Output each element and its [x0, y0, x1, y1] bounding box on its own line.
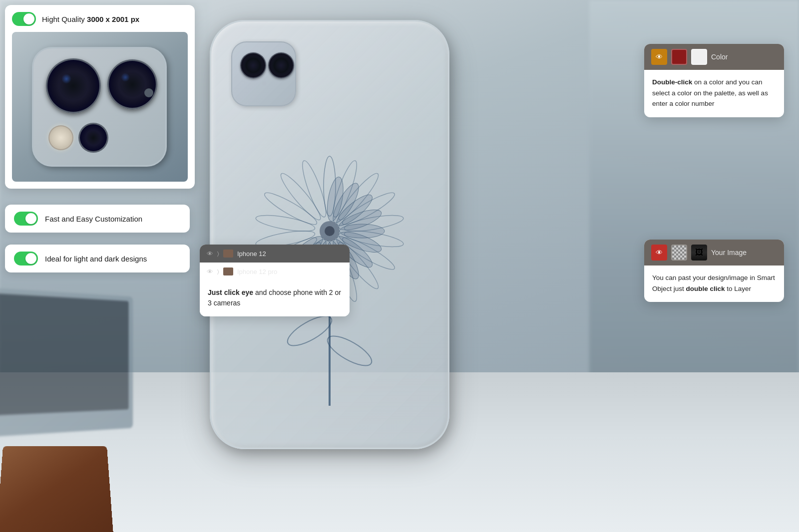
color-desc-bold: Double-click: [652, 78, 692, 86]
camera-bump: [231, 41, 296, 106]
image-label: Your Image: [711, 249, 777, 257]
lens-dot: [262, 81, 266, 85]
phone-body: [210, 20, 449, 449]
layer-row-iphone12pro[interactable]: 👁 〉 Iphone 12 pro: [200, 263, 350, 280]
camera-lens-1: [240, 52, 266, 78]
image-desc-suffix: to Layer: [725, 285, 752, 292]
layer-name-1: Iphone 12: [237, 250, 343, 258]
camera-closeup: [12, 32, 188, 182]
image-card: 👁 Your Image You can past your design/im…: [644, 240, 784, 302]
fast-toggle[interactable]: [14, 212, 38, 226]
color-card-body: Double-click on a color and you can sele…: [644, 70, 784, 117]
cam-flash: [48, 125, 73, 150]
preview-title: Hight Quality 3000 x 2001 px: [42, 15, 139, 23]
layer-chevron-2: 〉: [217, 268, 219, 275]
cam-lens-third: [78, 123, 108, 153]
svg-point-17: [255, 212, 316, 234]
layer-folder-1: [223, 250, 233, 258]
color-card-header: 👁 Color: [644, 44, 784, 70]
color-card: 👁 Color Double-click on a color and you …: [644, 44, 784, 117]
layer-chevron-1: 〉: [217, 251, 219, 257]
fast-label: Fast and Easy Customization: [45, 215, 142, 223]
layer-eye-icon-1[interactable]: 👁: [207, 250, 213, 258]
svg-point-34: [325, 226, 335, 236]
image-swatch-portrait[interactable]: [691, 245, 707, 261]
svg-point-18: [262, 189, 320, 229]
preview-title-bold: 3000 x 2001 px: [87, 15, 139, 23]
ideal-toggle[interactable]: [14, 252, 38, 266]
side-button: [448, 111, 449, 141]
cam-frame: [32, 47, 167, 167]
image-swatch-pattern[interactable]: [671, 245, 687, 261]
svg-point-20: [298, 159, 330, 219]
image-card-header: 👁 Your Image: [644, 240, 784, 266]
preview-card: Hight Quality 3000 x 2001 px: [5, 5, 195, 189]
image-eye-icon[interactable]: 👁: [651, 245, 667, 261]
layers-desc-bold: Just click eye: [208, 288, 253, 296]
ideal-label: Ideal for light and dark designs: [45, 255, 147, 263]
color-label: Color: [711, 53, 777, 61]
cam-microphone: [144, 88, 153, 97]
layers-card: 👁 〉 Iphone 12 👁 〉 Iphone 12 pro Just cli…: [200, 245, 350, 316]
layer-folder-2: [223, 267, 233, 275]
color-swatch-white[interactable]: [691, 49, 707, 65]
ideal-badge: Ideal for light and dark designs: [5, 245, 190, 272]
svg-point-1: [284, 310, 336, 351]
wallet-foreground: [0, 446, 113, 532]
fast-customization-badge: Fast and Easy Customization: [5, 205, 190, 233]
layers-description: Just click eye and choose phone with 2 o…: [200, 280, 350, 316]
layer-eye-icon-2[interactable]: 👁: [207, 268, 213, 275]
svg-point-19: [277, 170, 325, 223]
color-eye-icon[interactable]: 👁: [651, 49, 667, 65]
cam-lens-main: [46, 58, 101, 113]
cam-lens-secondary: [107, 59, 157, 109]
layer-row-iphone12[interactable]: 👁 〉 Iphone 12: [200, 245, 350, 263]
camera-lens-2: [268, 52, 294, 78]
image-card-body: You can past your design/image in Smart …: [644, 266, 784, 302]
swatch-pattern: [672, 246, 686, 260]
svg-point-2: [324, 330, 376, 371]
laptop-background: [0, 287, 133, 437]
image-desc-bold: double click: [686, 285, 725, 292]
preview-header: Hight Quality 3000 x 2001 px: [12, 12, 188, 26]
laptop-screen: [0, 293, 129, 416]
camera-preview-image: [12, 32, 188, 182]
color-swatch-red[interactable]: [671, 49, 687, 65]
hq-toggle[interactable]: [12, 12, 36, 26]
layer-name-2: Iphone 12 pro: [237, 268, 343, 275]
preview-title-prefix: Hight Quality: [42, 15, 87, 23]
